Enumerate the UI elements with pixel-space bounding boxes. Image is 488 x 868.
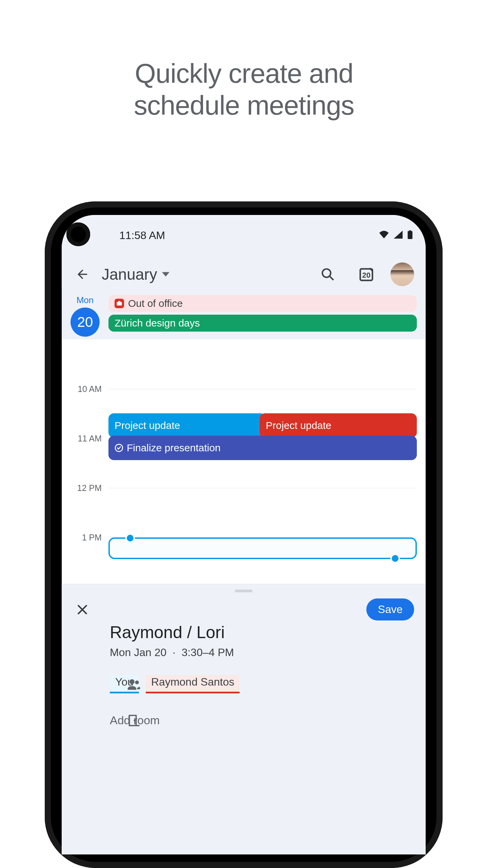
event-title: Project update (266, 420, 331, 431)
sheet-drag-handle[interactable] (235, 590, 252, 592)
attendees-row: You Raymond Santos (110, 675, 426, 693)
arrow-left-icon (75, 267, 89, 281)
hour-line (108, 488, 417, 488)
svg-point-8 (129, 679, 135, 684)
hour-label: 11 AM (78, 434, 102, 443)
room-icon (125, 712, 142, 729)
event-title: Finalize presentation (127, 442, 221, 454)
hero-line-2: schedule meetings (134, 90, 354, 120)
svg-rect-5 (117, 302, 122, 306)
event-project-update-a[interactable]: Project update (108, 413, 266, 438)
allday-event-ooo[interactable]: Out of office (108, 295, 417, 312)
hour-line (108, 389, 417, 389)
new-event-slot[interactable] (108, 537, 417, 559)
account-avatar[interactable] (390, 262, 414, 286)
event-create-sheet: Save Raymond / Lori Mon Jan 20 · 3:30–4 … (62, 584, 426, 854)
event-finalize[interactable]: Finalize presentation (108, 436, 417, 460)
allday-event-zurich[interactable]: Zürich design days (108, 315, 417, 332)
search-button[interactable] (319, 265, 337, 283)
attendee-chip-raymond[interactable]: Raymond Santos (146, 675, 240, 693)
today-button[interactable]: 20 (357, 265, 375, 283)
hour-label: 12 PM (77, 483, 102, 493)
task-check-icon (115, 443, 123, 452)
status-bar: 11:58 AM (62, 215, 426, 256)
drag-handle-bottom[interactable] (392, 555, 399, 562)
svg-rect-1 (409, 230, 411, 232)
battery-icon (407, 230, 413, 240)
today-number: 20 (359, 268, 374, 283)
day-header: Mon 20 Out of office Zürich design days (62, 293, 426, 339)
camera-cutout (66, 222, 90, 246)
close-button[interactable] (73, 600, 92, 619)
people-icon (125, 676, 142, 693)
svg-rect-6 (118, 301, 120, 303)
hour-label: 10 AM (78, 384, 102, 394)
svg-line-3 (329, 276, 333, 280)
phone-frame: 11:58 AM (45, 201, 443, 868)
chevron-down-icon (162, 271, 169, 278)
room-row[interactable]: Add room (110, 714, 426, 727)
event-datetime[interactable]: Mon Jan 20 · 3:30–4 PM (110, 646, 426, 659)
save-button[interactable]: Save (366, 598, 414, 620)
month-label: January (102, 265, 157, 283)
day-of-week: Mon (62, 295, 108, 305)
event-title: Project update (115, 420, 180, 431)
status-time: 11:58 AM (119, 229, 165, 242)
save-label: Save (378, 603, 403, 615)
cell-signal-icon (394, 231, 403, 240)
search-icon (321, 267, 335, 281)
hero-line-1: Quickly create and (135, 58, 353, 88)
svg-rect-0 (408, 231, 412, 239)
date-bubble[interactable]: 20 (70, 308, 100, 337)
allday-event-label: Out of office (128, 298, 183, 309)
svg-point-12 (134, 719, 135, 721)
drag-handle-top[interactable] (127, 535, 134, 541)
app-bar: January 20 (62, 256, 426, 293)
wifi-icon (379, 231, 389, 240)
back-button[interactable] (73, 265, 92, 283)
month-selector[interactable]: January (102, 265, 169, 283)
svg-point-9 (135, 680, 139, 684)
hero-title: Quickly create and schedule meetings (0, 58, 488, 122)
close-icon (76, 603, 89, 616)
timeline[interactable]: 10 AM 11 AM 12 PM 1 PM 2 PM Project upda… (62, 339, 426, 611)
briefcase-icon (115, 299, 124, 308)
allday-event-label: Zürich design days (115, 317, 200, 329)
event-title-input[interactable]: Raymond / Lori (110, 623, 426, 642)
event-project-update-b[interactable]: Project update (260, 413, 417, 438)
hour-label: 1 PM (82, 533, 102, 542)
